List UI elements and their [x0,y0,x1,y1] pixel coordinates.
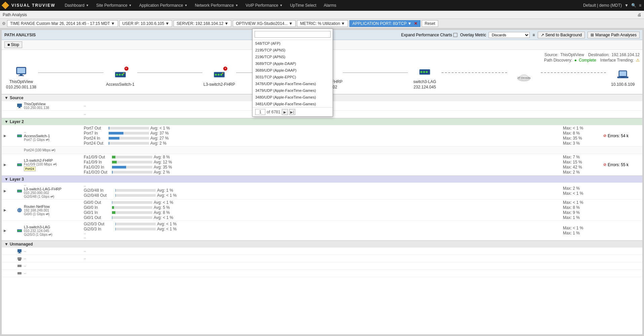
layer3-header[interactable]: ▼ Layer 3 [2,176,642,183]
topo-icon-l3switch2-wrap: ✕ [213,68,226,81]
l3switch3-icon [16,228,23,234]
filter-metric[interactable]: METRIC: % Utilization ▼ [297,20,348,27]
unmanaged-header[interactable]: ▼ Unmanaged [2,241,642,248]
topo-node-27devices[interactable]: 27 Devices [507,71,541,84]
breadcrumb-bar: Path Analysis 🖨 [0,11,644,19]
topo-node-l3switch2[interactable]: ✕ L3-swi [202,68,236,87]
overlay-settings-icon[interactable]: ≡ [532,33,535,37]
accessswitch-device-info: -- AccessSwitch-1 Port7 (1 Gbps ⇄) [24,130,50,142]
l3switch3-error [602,221,642,240]
overlay-label: Overlay Metric [460,33,486,37]
fa109out-bar [112,156,115,158]
layer3-section: ▼ Layer 3 ▶ -- L3-switch1-LAG-FHRP [2,176,642,240]
l3switch3-max: Max: < 1 % Max: 1 % [562,221,602,240]
router-icon [16,207,23,213]
svg-text:27 Devices: 27 Devices [517,76,531,79]
expand-charts-checkbox[interactable] [453,33,457,37]
router-expand[interactable]: ▶ [2,199,8,221]
nav-site-performance[interactable]: Site Performance ▼ [93,0,135,11]
dropdown-item-6[interactable]: 3478/UDP (Apple-FaceTime-Games) [253,80,333,87]
dropdown-item-8[interactable]: 3480/UDP (Apple-FaceTime-Games) [253,94,333,101]
filter-icon: ⚙ [2,21,6,26]
source-label: Source: [544,52,558,57]
unmanaged-icon-4 [16,270,23,276]
layer2-header[interactable]: ▼ Layer 2 [2,118,642,125]
dropdown-total-pages: 6781 [271,110,280,114]
l3switch1-error [602,183,642,199]
gi2048out-bar-wrap [115,194,156,197]
l3switch3-metrics: Gi2/0/3 Out Avg: < 1 % Gi2/0/3 In Avg: [82,221,562,240]
filter-optiview[interactable]: OPTIVIEW XG-Studio2014... ▼ [233,20,296,27]
scrollable-content[interactable]: ▼ Source ThisOptiView 010.250.001.138 [2,94,642,334]
metric-fa109out: Fa1/0/9 Out Avg: 8 % [84,155,560,159]
nav-app-arrow: ▼ [184,4,187,7]
reset-button[interactable]: Reset [422,20,438,27]
filter-app-clear[interactable]: ✕ [414,21,417,26]
svg-point-41 [20,135,22,137]
source-label: Source [10,96,24,100]
l3switch2-expand[interactable]: ▶ [2,154,8,175]
topo-node-thisoptiview[interactable]: ThisOptiView 010.250.001.138 [4,65,38,90]
port24in-bar-wrap [109,137,149,140]
nav-uptime[interactable]: UpTime Select [287,0,319,11]
nav-network-performance[interactable]: Network Performance ▼ [191,0,241,11]
topo-node-switch3lag[interactable]: switch3-LAG 232.124.045 [408,65,442,90]
layer2-row-l3switch2: ▶ L3-switch2-FHRP Fa1/0/9 (100 Mbps ⇄) P… [2,154,642,176]
filter-app-port[interactable]: APPLICATION PORT: 80/TCP ▼ ✕ [349,20,420,27]
svg-point-45 [20,164,22,165]
dropdown-item-1[interactable]: 2195/TCP (APNS) [253,47,333,53]
filter-user-ip[interactable]: USER IP: 10.100.6.105 ▼ [119,20,173,27]
dropdown-item-2[interactable]: 2196/TCP (APNS) [253,53,333,60]
filter-time-range[interactable]: TIME RANGE Custom Mar 26, 2014 16:45 - 1… [7,20,118,27]
unmanaged-collapse-icon: ▼ [4,242,8,247]
dropdown-item-0[interactable]: 548/TCP (AFP) [253,40,333,47]
metric-fa1020in: Fa1/0/20 In Avg: 35 % [84,165,560,170]
router-error [602,199,642,221]
l3switch1-expand[interactable]: ▶ [2,183,8,199]
dropdown-item-7[interactable]: 3479/UDP (Apple-FaceTime-Games) [253,87,333,94]
menu-icon[interactable]: ≡ [639,3,641,8]
unmanaged-icon-1 [16,248,23,254]
topo-node-endpoint[interactable]: 10.100.6.109 [606,68,640,87]
l3switch2-max: Max: 7 % Max: 15 % Max: 42 % Max: 2 % [562,154,602,175]
search-icon[interactable]: 🔍 [631,3,636,8]
manage-path-button[interactable]: ⊞ Manage Path Analyses [588,32,640,38]
dropdown-list: 548/TCP (AFP) 2195/TCP (APNS) 2196/TCP (… [253,40,333,107]
dropdown-item-9[interactable]: 3481/UDP (Apple-FaceTime-Games) [253,101,333,107]
nav-voip-performance[interactable]: VoIP Performance ▼ [242,0,286,11]
dropdown-next-btn[interactable]: ▶ [282,109,288,115]
accessswitch-max: Max: < 1 % Max: 8 % Max: 35 % Max: 3 % [562,125,602,146]
metric-gi2048out: Gi2/0/48 Out Avg: < 1 % [84,193,560,198]
stop-button[interactable]: ■ Stop [4,41,22,48]
dropdown-last-btn[interactable]: ▶| [289,109,295,115]
svg-point-14 [220,74,222,76]
dropdown-item-4[interactable]: 3689/UDP (Apple-DAAP) [253,67,333,74]
expand-charts-group: Expand Performance Charts [401,33,457,37]
send-background-button[interactable]: ↗ Send to Background [538,32,585,38]
dropdown-search-input[interactable] [255,31,331,38]
overlay-metric-select[interactable]: Discards Errors Unicast Packets Broadcas… [489,32,530,38]
accessswitch-expand[interactable]: ▶ [2,125,8,146]
metric-gi01out: Gi0/1 Out Avg: < 1 % [84,215,560,220]
svg-rect-32 [619,71,626,76]
source-device-col: ThisOptiView 010.250.001.138 [15,101,82,110]
topo-label-switch3lag: switch3-LAG 232.124.045 [413,79,436,90]
layer2-collapse-icon: ▼ [4,119,8,124]
print-icon[interactable]: 🖨 [637,12,641,17]
source-value: ThisOptiView [560,52,584,57]
user-arrow-icon[interactable]: ▼ [624,3,629,8]
filter-server[interactable]: SERVER: 192.168.104.12 ▼ [174,20,231,27]
nav-app-performance[interactable]: Application Performance ▼ [136,0,191,11]
dropdown-item-5[interactable]: 3031/TCP (Apple-EPPC) [253,74,333,80]
metric-row-port24in: Port24 In Avg: 27 % [84,136,560,141]
gi2048in-bar [115,189,116,192]
metric-row-port7in: Port7 In Avg: 37 % [84,131,560,136]
dropdown-item-3[interactable]: 3689/TCP (Apple-DAAP) [253,60,333,67]
l3switch3-expand[interactable]: ▶ [2,221,8,240]
nav-dashboard[interactable]: Dashboard ▼ [61,0,92,11]
topo-node-accessswitch1[interactable]: ✕ Access [104,68,137,87]
fa109in-bar-wrap [112,161,152,163]
svg-point-49 [20,190,22,192]
nav-alarms[interactable]: Alarms [320,0,340,11]
svg-rect-34 [621,77,624,77]
